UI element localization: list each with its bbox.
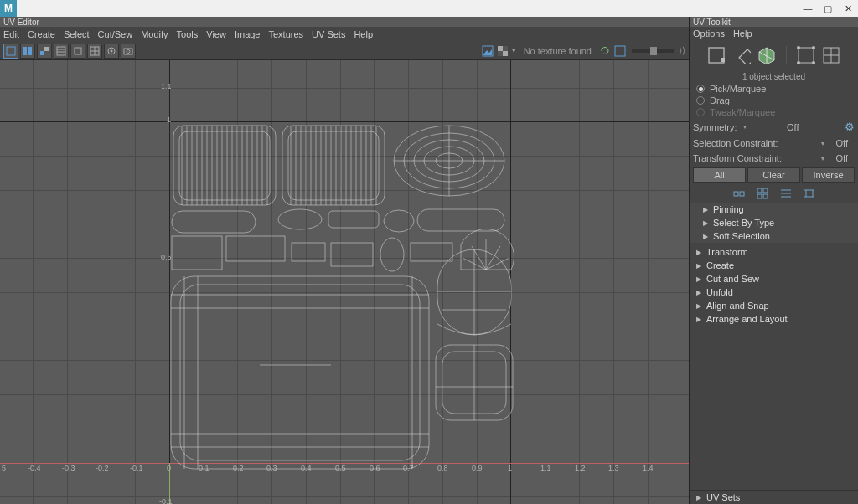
row-cut-and-sew[interactable]: ▶Cut and Sew <box>690 272 858 285</box>
svg-rect-19 <box>503 51 508 56</box>
svg-rect-76 <box>226 236 285 261</box>
radio-drag[interactable] <box>696 96 705 105</box>
toolbar-icon-5[interactable] <box>70 44 85 59</box>
window-controls: — ▢ ✕ <box>798 0 858 17</box>
svg-rect-74 <box>417 209 504 231</box>
svg-rect-43 <box>282 126 385 205</box>
expand-right-icon[interactable]: ⟩⟩ <box>679 45 685 56</box>
row-uv-sets[interactable]: ▶UV Sets <box>690 490 858 504</box>
gear-icon[interactable]: ⚙ <box>845 121 855 133</box>
radio-pick[interactable] <box>696 85 705 93</box>
refresh-icon[interactable] <box>598 44 612 58</box>
transform-constraint-value[interactable]: Off <box>836 153 848 163</box>
svg-rect-8 <box>75 48 81 54</box>
symmetry-arrow-icon[interactable]: ▼ <box>742 124 748 130</box>
svg-marker-17 <box>483 49 492 55</box>
sel-constraint-arrow-icon[interactable]: ▼ <box>820 141 826 147</box>
svg-rect-1 <box>23 47 27 55</box>
svg-point-15 <box>127 49 130 53</box>
row-align-and-snap[interactable]: ▶Align and Snap <box>690 299 858 312</box>
symmetry-value[interactable]: Off <box>787 122 799 132</box>
menu-tools[interactable]: Tools <box>177 29 199 39</box>
row-select-by-type[interactable]: ▶Select By Type <box>690 216 858 229</box>
svg-rect-44 <box>288 131 379 200</box>
toolbar-icon-3[interactable] <box>37 44 52 59</box>
uv-snap-icon[interactable] <box>20 44 35 59</box>
dim-icon[interactable] <box>104 44 119 59</box>
uv-editor-toolbar: ▼ No texture found ⟩⟩ <box>0 42 689 60</box>
menu-edit[interactable]: Edit <box>3 29 19 39</box>
symmetry-label: Symmetry: <box>693 122 737 132</box>
svg-rect-21 <box>498 51 503 56</box>
image-display-icon[interactable] <box>481 44 494 58</box>
svg-rect-24 <box>179 131 270 200</box>
svg-point-112 <box>797 61 800 64</box>
row-create[interactable]: ▶Create <box>690 259 858 272</box>
inverse-button[interactable]: Inverse <box>802 167 855 183</box>
dropdown-arrow-icon[interactable]: ▼ <box>511 48 517 54</box>
menu-bar: Edit Create Select Cut/Sew Modify Tools … <box>0 27 689 42</box>
uv-edge-icon[interactable] <box>732 46 751 64</box>
uv-viewport[interactable]: 5 -0.4 -0.3 -0.2 -0.1 0 0.1 0.2 0.3 0.4 … <box>0 60 689 504</box>
svg-rect-80 <box>411 243 452 261</box>
menu-view[interactable]: View <box>206 29 226 39</box>
close-button[interactable]: ✕ <box>838 0 858 17</box>
texture-channel-icon[interactable] <box>613 44 627 58</box>
row-transform[interactable]: ▶Transform <box>690 245 858 259</box>
svg-rect-119 <box>757 188 762 193</box>
svg-rect-20 <box>503 46 508 51</box>
grid-icon[interactable] <box>87 44 102 59</box>
svg-rect-3 <box>40 51 44 55</box>
app-icon: M <box>0 0 17 17</box>
row-unfold[interactable]: ▶Unfold <box>690 285 858 299</box>
svg-rect-87 <box>180 285 420 460</box>
selection-ring-icon[interactable] <box>804 188 815 199</box>
menu-image[interactable]: Image <box>235 29 261 39</box>
svg-rect-22 <box>615 46 625 56</box>
menu-textures[interactable]: Textures <box>268 29 303 39</box>
uv-editor-title: UV Editor <box>0 17 689 27</box>
svg-rect-104 <box>721 58 725 62</box>
minimize-button[interactable]: — <box>798 0 818 17</box>
row-arrange-and-layout[interactable]: ▶Arrange and Layout <box>690 312 858 326</box>
menu-help[interactable]: Help <box>354 29 373 39</box>
uv-shell-icon[interactable] <box>3 44 18 59</box>
all-button[interactable]: All <box>693 167 746 183</box>
selection-shrink-icon[interactable] <box>757 188 768 199</box>
radio-tweak-label: Tweak/Marquee <box>710 107 775 117</box>
menu-uv-sets[interactable]: UV Sets <box>312 29 345 39</box>
row-pinning[interactable]: ▶Pinning <box>690 203 858 216</box>
selection-grow-icon[interactable] <box>733 188 745 199</box>
maximize-button[interactable]: ▢ <box>818 0 838 17</box>
uv-shell-box-icon[interactable] <box>757 46 776 64</box>
menu-modify[interactable]: Modify <box>141 29 168 39</box>
dim-slider[interactable] <box>632 49 674 53</box>
toolbar-icon-4[interactable] <box>54 44 69 59</box>
no-texture-label: No texture found <box>524 46 592 56</box>
radio-pick-label: Pick/Marquee <box>710 84 766 94</box>
component-mode-icons <box>690 40 858 70</box>
svg-rect-2 <box>28 47 32 55</box>
selection-constraint-value[interactable]: Off <box>836 138 848 148</box>
menu-options[interactable]: Options <box>693 28 725 39</box>
svg-rect-78 <box>331 243 373 266</box>
svg-point-110 <box>797 46 800 49</box>
row-soft-selection[interactable]: ▶Soft Selection <box>690 229 858 243</box>
menu-select[interactable]: Select <box>64 29 90 39</box>
menu-help-right[interactable]: Help <box>733 28 752 39</box>
svg-rect-105 <box>739 49 751 64</box>
checker-icon[interactable] <box>496 44 509 58</box>
snapshot-icon[interactable] <box>121 44 136 59</box>
menu-cut-sew[interactable]: Cut/Sew <box>98 29 133 39</box>
svg-rect-72 <box>328 211 379 228</box>
uv-toolkit-title: UV Toolkit <box>690 17 858 27</box>
menu-create[interactable]: Create <box>28 29 55 39</box>
svg-rect-118 <box>740 192 744 196</box>
grid-component-icon[interactable] <box>822 46 840 64</box>
selection-loop-icon[interactable] <box>780 188 792 199</box>
uv-face-icon[interactable] <box>707 46 726 64</box>
vertex-component-icon[interactable] <box>797 46 815 64</box>
clear-button[interactable]: Clear <box>747 167 800 183</box>
svg-point-113 <box>812 61 815 64</box>
trans-constraint-arrow-icon[interactable]: ▼ <box>820 156 826 162</box>
